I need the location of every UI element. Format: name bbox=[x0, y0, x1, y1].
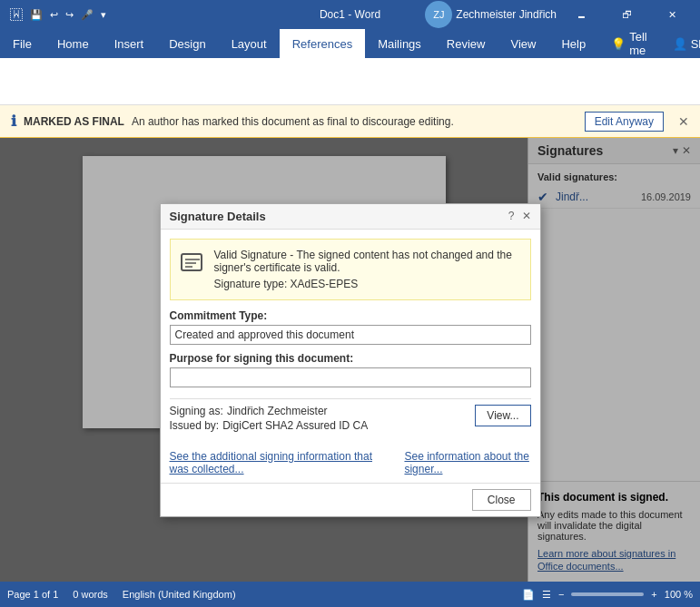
notification-text: An author has marked this document as fi… bbox=[132, 115, 577, 128]
word-icon: 🇼 bbox=[7, 5, 25, 24]
quick-access-toolbar: 🇼 💾 ↩ ↪ 🎤 ▾ bbox=[7, 5, 109, 24]
document-title: Doc1 - Word bbox=[320, 8, 380, 21]
status-icons: 📄 bbox=[522, 589, 535, 601]
info-icon: ℹ bbox=[11, 113, 16, 130]
tab-tell-me[interactable]: 💡Tell me bbox=[598, 29, 660, 58]
title-bar-right: ZJ Zechmeister Jindřich 🗕 🗗 ✕ bbox=[425, 0, 693, 29]
dialog-links: See the additional signing information t… bbox=[170, 450, 531, 475]
dialog-title: Signature Details bbox=[170, 210, 266, 223]
tab-mailings[interactable]: Mailings bbox=[365, 29, 434, 58]
issued-by-label: Issued by: bbox=[170, 419, 220, 432]
dropdown-btn[interactable]: ▾ bbox=[98, 7, 109, 23]
zoom-level: 100 % bbox=[665, 589, 693, 600]
signing-info-row: Signing as: Jindřich Zechmeister Issued … bbox=[170, 405, 531, 434]
dialog-help-icon[interactable]: ? bbox=[508, 210, 515, 222]
status-bar: Page 1 of 1 0 words English (United King… bbox=[0, 582, 700, 607]
tab-file[interactable]: File bbox=[0, 29, 44, 58]
close-btn[interactable]: ✕ bbox=[651, 0, 693, 29]
user-name: Zechmeister Jindřich bbox=[456, 8, 557, 21]
issued-by-value: DigiCert SHA2 Assured ID CA bbox=[222, 419, 368, 432]
page-info: Page 1 of 1 bbox=[7, 589, 58, 600]
marked-final-label: MARKED AS FINAL bbox=[24, 115, 124, 128]
undo-btn[interactable]: ↩ bbox=[47, 7, 61, 23]
scroll-icon: ☰ bbox=[542, 589, 551, 601]
ribbon-tabs: File Home Insert Design Layout Reference… bbox=[0, 29, 700, 58]
tab-layout[interactable]: Layout bbox=[219, 29, 280, 58]
redo-btn[interactable]: ↪ bbox=[63, 7, 76, 23]
tab-help[interactable]: Help bbox=[548, 29, 598, 58]
zoom-out-icon[interactable]: − bbox=[558, 589, 564, 600]
minimize-btn[interactable]: 🗕 bbox=[560, 0, 602, 29]
signer-info-link[interactable]: See information about the signer... bbox=[404, 450, 530, 475]
ribbon: File Home Insert Design Layout Reference… bbox=[0, 29, 700, 58]
zoom-slider[interactable] bbox=[571, 592, 644, 596]
signing-as-value: Jindřich Zechmeister bbox=[227, 405, 328, 417]
notification-bar: ℹ MARKED AS FINAL An author has marked t… bbox=[0, 105, 700, 138]
tab-design[interactable]: Design bbox=[156, 29, 218, 58]
status-right: 📄 ☰ − + 100 % bbox=[522, 589, 693, 601]
tab-references[interactable]: References bbox=[280, 29, 365, 58]
signing-as-row: Signing as: Jindřich Zechmeister bbox=[170, 405, 476, 417]
dialog-titlebar: Signature Details ? ✕ bbox=[161, 204, 540, 230]
purpose-label: Purpose for signing this document: bbox=[170, 352, 531, 365]
valid-sig-section: Valid Signature - The signed content has… bbox=[170, 239, 531, 300]
dialog-close-icon[interactable]: ✕ bbox=[522, 210, 531, 222]
signing-as-label: Signing as: bbox=[170, 405, 223, 417]
tab-view[interactable]: View bbox=[498, 29, 548, 58]
zoom-in-icon[interactable]: + bbox=[651, 589, 656, 600]
dictate-btn[interactable]: 🎤 bbox=[78, 7, 96, 23]
language: English (United Kingdom) bbox=[123, 589, 236, 600]
tab-home[interactable]: Home bbox=[44, 29, 102, 58]
user-info: ZJ Zechmeister Jindřich bbox=[425, 1, 557, 28]
issued-by-row: Issued by: DigiCert SHA2 Assured ID CA bbox=[170, 419, 476, 432]
close-dialog-button[interactable]: Close bbox=[472, 489, 531, 511]
dialog-footer: Close bbox=[161, 483, 540, 516]
dialog-body: Commitment Type: Purpose for signing thi… bbox=[161, 309, 540, 443]
tab-review[interactable]: Review bbox=[434, 29, 498, 58]
tab-share[interactable]: 👤Share bbox=[660, 29, 700, 58]
signing-details: Signing as: Jindřich Zechmeister Issued … bbox=[170, 405, 476, 434]
dialog-controls: ? ✕ bbox=[508, 210, 531, 222]
notification-close-icon[interactable]: ✕ bbox=[678, 114, 689, 129]
view-button[interactable]: View... bbox=[475, 405, 530, 426]
edit-anyway-button[interactable]: Edit Anyway bbox=[585, 112, 664, 132]
sig-valid-icon bbox=[180, 250, 205, 280]
svg-rect-0 bbox=[182, 254, 202, 270]
divider bbox=[170, 398, 531, 399]
signature-details-dialog: Signature Details ? ✕ Valid S bbox=[160, 203, 541, 517]
title-bar: 🇼 💾 ↩ ↪ 🎤 ▾ Doc1 - Word ZJ Zechmeister J… bbox=[0, 0, 700, 29]
title-bar-left: 🇼 💾 ↩ ↪ 🎤 ▾ bbox=[7, 5, 109, 24]
sig-type-line: Signature type: XAdES-EPES bbox=[214, 278, 521, 290]
tab-insert[interactable]: Insert bbox=[102, 29, 157, 58]
purpose-input[interactable] bbox=[170, 367, 531, 387]
restore-btn[interactable]: 🗗 bbox=[606, 0, 647, 29]
valid-sig-text-area: Valid Signature - The signed content has… bbox=[214, 249, 521, 290]
valid-message: Valid Signature - The signed content has… bbox=[214, 249, 521, 274]
additional-signing-link[interactable]: See the additional signing information t… bbox=[170, 450, 383, 475]
commitment-label: Commitment Type: bbox=[170, 309, 531, 322]
modal-overlay: Signature Details ? ✕ Valid S bbox=[0, 138, 700, 582]
main-area: Signatures ▾ ✕ Valid signatures: ✔ Jindř… bbox=[0, 138, 700, 582]
avatar: ZJ bbox=[425, 1, 452, 28]
word-count: 0 words bbox=[73, 589, 108, 600]
save-quick-btn[interactable]: 💾 bbox=[27, 7, 45, 23]
ribbon-content bbox=[0, 58, 700, 105]
commitment-input[interactable] bbox=[170, 325, 531, 345]
sig-type-label: Signature type: bbox=[214, 278, 288, 290]
sig-type-value: XAdES-EPES bbox=[291, 278, 359, 290]
